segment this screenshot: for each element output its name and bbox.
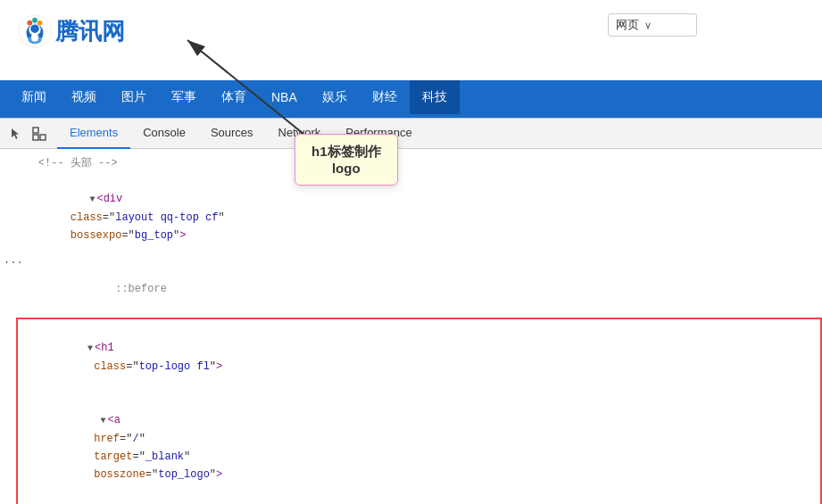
nav-item-video[interactable]: 视频 bbox=[59, 80, 109, 114]
devtools-content: <!-- 头部 --> ▼<div class="layout qq-top c… bbox=[0, 149, 822, 504]
search-dropdown-icon[interactable]: ∨ bbox=[644, 20, 652, 31]
nav-item-entertainment[interactable]: 娱乐 bbox=[310, 80, 360, 114]
website-header: 腾讯网 网页 ∨ bbox=[0, 0, 822, 80]
svg-point-4 bbox=[27, 21, 32, 26]
nav-item-nba[interactable]: NBA bbox=[259, 80, 310, 114]
tab-console[interactable]: Console bbox=[130, 119, 198, 149]
devtools-icons bbox=[7, 125, 48, 143]
tencent-logo-icon bbox=[18, 14, 52, 48]
nav-item-tech[interactable]: 科技 bbox=[410, 80, 460, 114]
left-ellipsis: ... bbox=[4, 254, 23, 267]
tooltip-annotation: h1标签制作 logo bbox=[295, 134, 398, 186]
nav-item-finance[interactable]: 财经 bbox=[360, 80, 410, 114]
code-line-before: ::before bbox=[12, 262, 822, 316]
svg-point-6 bbox=[37, 21, 43, 26]
tooltip-line1: h1标签制作 bbox=[311, 144, 381, 161]
search-area: 网页 ∨ bbox=[608, 13, 697, 37]
code-line-a-open: ▼<a href="/" target="_blank" bosszone="t… bbox=[23, 393, 815, 501]
code-line-comment: <!-- 头部 --> bbox=[12, 154, 822, 172]
tab-console-label: Console bbox=[143, 126, 186, 139]
search-label: 网页 bbox=[616, 17, 639, 33]
tab-elements-label: Elements bbox=[70, 126, 118, 139]
svg-rect-8 bbox=[31, 34, 38, 42]
svg-rect-10 bbox=[40, 135, 46, 140]
tab-elements[interactable]: Elements bbox=[57, 119, 130, 149]
tooltip-line2: logo bbox=[311, 161, 381, 176]
svg-point-5 bbox=[32, 18, 37, 23]
inspect-icon[interactable] bbox=[30, 125, 48, 143]
tab-sources[interactable]: Sources bbox=[198, 119, 266, 149]
svg-rect-9 bbox=[33, 128, 38, 133]
nav-item-news[interactable]: 新闻 bbox=[9, 80, 59, 114]
svg-point-3 bbox=[30, 24, 39, 33]
nav-item-images[interactable]: 图片 bbox=[109, 80, 159, 114]
devtools-panel: Elements Console Sources Network Perform… bbox=[0, 118, 822, 504]
nav-bar: 新闻 视频 图片 军事 体育 NBA 娱乐 财经 科技 bbox=[0, 80, 822, 114]
logo-text: 腾讯网 bbox=[55, 16, 125, 47]
highlighted-code-block: ▼<h1 class="top-logo fl"> ▼<a href="/" t… bbox=[16, 318, 822, 504]
devtools-tabs: Elements Console Sources Network Perform… bbox=[0, 119, 822, 149]
tab-sources-label: Sources bbox=[211, 126, 253, 139]
code-line-div: ▼<div class="layout qq-top cf" bossexpo=… bbox=[12, 172, 822, 262]
cursor-icon[interactable] bbox=[7, 125, 25, 143]
website-area: 腾讯网 网页 ∨ 新闻 视频 图片 军事 体育 NBA 娱乐 财经 科技 bbox=[0, 0, 822, 118]
tooltip-box: h1标签制作 logo bbox=[295, 134, 398, 186]
nav-item-military[interactable]: 军事 bbox=[159, 80, 209, 114]
svg-rect-11 bbox=[33, 135, 38, 140]
code-line-h1-open: ▼<h1 class="top-logo fl"> bbox=[23, 321, 815, 393]
logo-area: 腾讯网 bbox=[18, 7, 125, 48]
browser-window: 腾讯网 网页 ∨ 新闻 视频 图片 军事 体育 NBA 娱乐 财经 科技 bbox=[0, 0, 822, 504]
nav-item-sports[interactable]: 体育 bbox=[209, 80, 259, 114]
